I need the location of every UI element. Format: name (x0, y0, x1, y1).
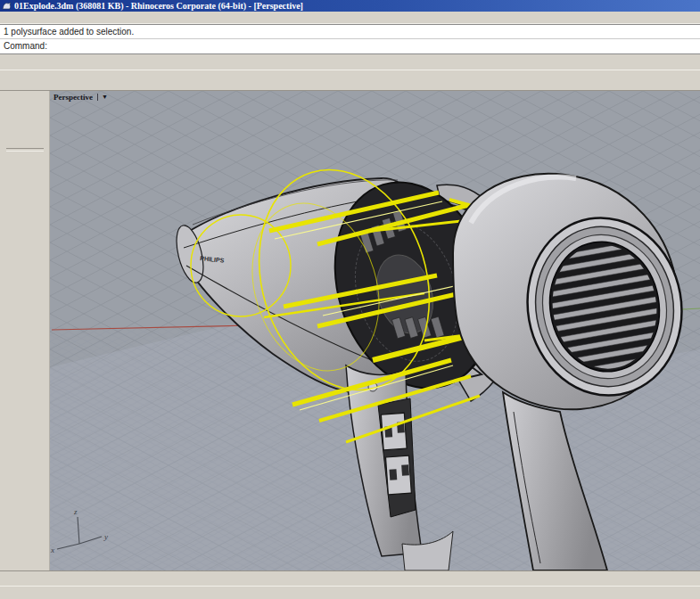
viewport-title-text[interactable]: Perspective (54, 93, 93, 102)
menu-bar (0, 12, 700, 24)
main-area: PHILIPS (0, 91, 700, 570)
toolbar-separator (6, 148, 44, 152)
rocker-switch-2[interactable] (385, 455, 411, 495)
rocker-switch-1[interactable] (381, 413, 407, 450)
viewport-canvas[interactable]: PHILIPS (50, 91, 700, 570)
osnap-bar (0, 586, 700, 599)
chevron-down-icon[interactable]: ▼ (97, 94, 108, 101)
window-title: 01Explode.3dm (368081 KB) - Rhinoceros C… (14, 1, 303, 11)
z-axis-label: z (73, 507, 78, 516)
history-text: 1 polysurface added to selection. (4, 27, 134, 37)
toolbar-tab-bar (0, 54, 700, 70)
left-toolbar (0, 91, 50, 570)
command-prompt: Command: (4, 41, 47, 51)
rhino-window: 01Explode.3dm (368081 KB) - Rhinoceros C… (0, 0, 700, 599)
x-axis-label: x (50, 546, 54, 554)
command-area: 1 polysurface added to selection. Comman… (0, 24, 700, 54)
standard-toolbar (0, 70, 700, 91)
viewport-tab-bar (0, 570, 700, 586)
y-axis-label: y (103, 532, 108, 541)
rhino-app-icon (2, 1, 12, 11)
title-bar[interactable]: 01Explode.3dm (368081 KB) - Rhinoceros C… (0, 0, 700, 12)
viewport-title[interactable]: Perspective ▼ (54, 93, 108, 102)
command-line[interactable]: Command: (0, 39, 700, 53)
perspective-viewport[interactable]: PHILIPS (50, 91, 700, 570)
command-history-line: 1 polysurface added to selection. (0, 25, 700, 39)
